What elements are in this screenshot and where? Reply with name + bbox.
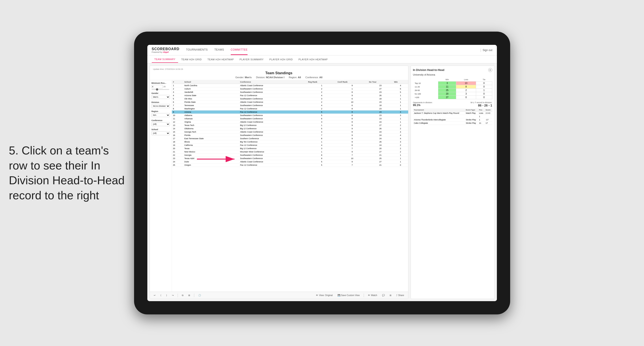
table-row[interactable]: 22 Georgia Southeastern Conference 8 7 2… [172, 154, 408, 157]
region-filter: Region N/A [152, 110, 170, 117]
table-row[interactable]: 4 Arizona State Pac-12 Conference 4 9 26… [172, 94, 408, 97]
sign-out-link[interactable]: Sign out [482, 49, 492, 52]
division-filter: Division NCAA Division I [152, 101, 170, 108]
watch-icon: 👁 [368, 294, 370, 297]
cell-conf-rank: 8 [336, 144, 368, 147]
cell-num: 3 [172, 91, 184, 94]
tourn-col-name: Tournament [413, 109, 465, 112]
cell-conf-rank: 6 [336, 104, 368, 107]
table-row[interactable]: 14 Oklahoma Big 12 Conference 5 9 26 2 [172, 127, 408, 130]
cell-conf: Big 12 Conference [239, 147, 307, 150]
cell-school: East Tennessee State [183, 137, 239, 140]
slider[interactable] [152, 89, 169, 90]
cell-school: Arkansas [183, 117, 239, 120]
step-back-btn[interactable]: ⟨ [158, 293, 163, 297]
opponents-label: Opponents in division: [413, 101, 433, 104]
h2h-tie-cell: 0 [476, 96, 492, 99]
conference-select[interactable]: (All) [152, 122, 170, 126]
table-row[interactable]: 1 North Carolina Atlantic Coast Conferen… [172, 84, 408, 87]
h2h-close-btn[interactable]: ✕ [488, 68, 492, 72]
subnav-player-h2h-grid[interactable]: PLAYER H2H GRID [267, 56, 296, 62]
conference-meta: Conference: All [305, 76, 322, 79]
subnav-team-summary[interactable]: TEAM SUMMARY [152, 56, 178, 63]
school-select[interactable]: (All) [152, 131, 170, 135]
cell-num: 20 [172, 147, 184, 150]
table-row[interactable]: 21 New Mexico Mountain West Conference 1… [172, 150, 408, 154]
region-select[interactable]: N/A [152, 113, 170, 117]
cell-school: Ole Miss [183, 97, 239, 101]
top-nav: SCOREBOARD Powered by clippd TOURNAMENTS… [147, 45, 497, 55]
share-btn[interactable]: ⤴ Share [394, 293, 406, 297]
h2h-row-label: 26-50 [413, 89, 438, 92]
h2h-stats-table: Win Loss Tie Top 10 3 13 0 11-25 11 8 0 … [413, 78, 492, 99]
tourn-name: Cabo Collegiate [413, 122, 465, 125]
table-row[interactable]: 2 Auburn Southeastern Conference 2 1 27 … [172, 87, 408, 91]
cell-reg-rank: 3 [307, 97, 336, 101]
table-row[interactable]: 3 Vanderbilt Southeastern Conference 2 8… [172, 91, 408, 94]
cell-win: 3 [393, 111, 408, 114]
cell-conf-rank: 9 [336, 134, 368, 137]
paste-btn[interactable]: ⊞ [186, 293, 192, 297]
table-row[interactable]: 24 Duke Atlantic Coast Conference 5 9 27… [172, 160, 408, 164]
step-fwd-btn[interactable]: ⟩ [164, 293, 169, 297]
h2h-tie-cell: 0 [476, 85, 492, 89]
table-row[interactable]: 6 Florida State Atlantic Coast Conferenc… [172, 101, 408, 104]
cell-conf: Pac-12 Conference [239, 107, 307, 111]
cell-tour: 27 [368, 87, 393, 91]
h2h-loss-cell: 8 [456, 85, 476, 89]
table-row[interactable]: 16 Florida Southeastern Conference 7 9 2… [172, 134, 408, 137]
save-icon: 💾 [338, 294, 340, 297]
table-row[interactable]: 19 California Pac-12 Conference 4 8 24 2 [172, 144, 408, 147]
clock-btn[interactable]: 🕐 [196, 293, 203, 297]
table-row[interactable]: 10 Alabama Southeastern Conference 5 8 2… [172, 114, 408, 117]
copy-btn[interactable]: ⧉ [180, 293, 185, 297]
table-row[interactable]: 20 Texas Big 12 Conference 3 7 20 2 [172, 147, 408, 150]
cell-reg-rank: 3 [307, 120, 336, 124]
cell-conf: Southeastern Conference [239, 97, 307, 101]
redo-btn[interactable]: ↪ [170, 293, 176, 297]
table-row[interactable]: 5 Ole Miss Southeastern Conference 3 6 1… [172, 97, 408, 101]
table-row[interactable]: 15 Georgia Tech Atlantic Coast Conferenc… [172, 130, 408, 134]
table-row[interactable]: 9 Arizona Pac-12 Conference 5 8 23 3 [172, 111, 408, 114]
watch-btn[interactable]: 👁 Watch [366, 293, 379, 297]
eye-icon: 👁 [316, 294, 318, 297]
gender-select[interactable]: Men's Women's [152, 95, 170, 99]
table-row[interactable]: 18 Illinois Big Ten Conference 1 9 26 3 [172, 140, 408, 144]
cell-school: Illinois [183, 140, 239, 144]
comment-btn[interactable]: 💬 [380, 293, 386, 297]
min-rounds-input[interactable] [152, 85, 162, 88]
nav-teams[interactable]: TEAMS [214, 45, 224, 55]
view-original-btn[interactable]: 👁 View: Original [314, 293, 334, 297]
h2h-loss-cell: 3 [456, 92, 476, 96]
cell-conf: Southern Conference [239, 137, 307, 140]
grid-btn[interactable]: ⊞ [388, 293, 393, 297]
cell-win: 2 [393, 147, 408, 150]
table-row[interactable]: 13 Texas Tech Big 12 Conference 1 9 27 2 [172, 124, 408, 127]
subnav-team-h2h-grid[interactable]: TEAM H2H GRID [178, 56, 204, 62]
table-row[interactable]: 17 East Tennessee State Southern Confere… [172, 137, 408, 140]
subnav-player-summary[interactable]: PLAYER SUMMARY [237, 56, 266, 62]
cell-tour: 27 [368, 160, 393, 164]
division-select[interactable]: NCAA Division I [152, 104, 170, 108]
cell-conf-rank: 10 [336, 101, 368, 104]
cell-conf: Big 12 Conference [239, 124, 307, 127]
table-row[interactable]: 25 Oregon Pac-12 Conference 5 7 21 0 [172, 164, 408, 167]
nav-tournaments[interactable]: TOURNAMENTS [186, 45, 208, 55]
cell-win: 1 [393, 117, 408, 120]
table-row[interactable]: 7 Tennessee Southeastern Conference 4 6 … [172, 104, 408, 107]
tourn-score: -17 [485, 118, 492, 122]
conference-filter-label: Conference [152, 119, 170, 122]
undo-btn[interactable]: ↩ [152, 293, 157, 297]
table-row[interactable]: 23 Texas A&M Southeastern Conference 9 1… [172, 157, 408, 160]
subnav-player-h2h-heatmap[interactable]: PLAYER H2H HEATMAP [296, 56, 330, 62]
cell-conf: Southeastern Conference [239, 87, 307, 91]
table-row[interactable]: 8 Washington Pac-12 Conference 2 8 23 1 [172, 107, 408, 111]
subnav-team-h2h-heatmap[interactable]: TEAM H2H HEATMAP [205, 56, 236, 62]
table-row[interactable]: 12 Virginia Atlantic Coast Conference 3 … [172, 120, 408, 124]
h2h-tie-cell: 0 [476, 92, 492, 96]
h2h-loss-cell: 13 [456, 82, 476, 85]
opponents-row: Opponents in division: 99.1% W-L-T recor… [413, 101, 492, 107]
save-custom-btn[interactable]: 💾 Save Custom View [336, 293, 362, 297]
nav-committee[interactable]: COMMITTEE [231, 45, 248, 55]
table-row[interactable]: 11 Arkansas Southeastern Conference 6 8 … [172, 117, 408, 120]
